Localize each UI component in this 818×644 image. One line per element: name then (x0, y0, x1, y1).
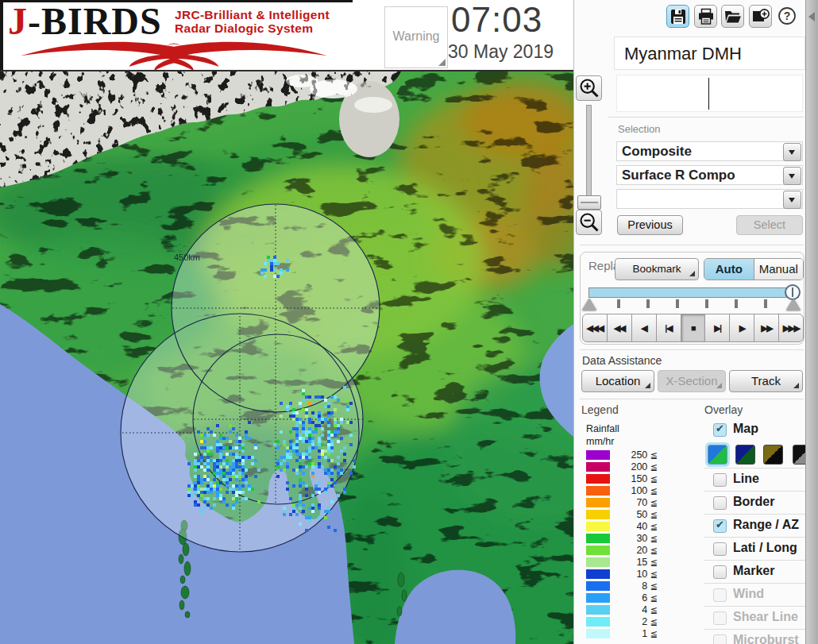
legend-scale: 250 ≦200 ≦150 ≦100 ≦70 ≦50 ≦40 ≦30 ≦20 ≦… (574, 0, 701, 644)
overlay-item-shear-line[interactable]: Shear Line (704, 606, 806, 630)
checkbox[interactable] (713, 496, 727, 510)
legend-swatch (586, 593, 610, 603)
legend-value: 15 ≦ (612, 557, 658, 568)
overlay-item-line[interactable]: Line (704, 468, 806, 492)
legend-value: 1 ≦ (612, 628, 658, 639)
legend-swatch (586, 569, 610, 579)
fast-forward-3-button[interactable]: ▶▶▶ (778, 314, 804, 342)
legend-swatch (586, 450, 610, 460)
slider-tick (764, 299, 767, 308)
overlay-item-microburst[interactable]: Microburst (704, 629, 806, 644)
overlay-item-marker[interactable]: Marker (704, 560, 806, 584)
legend-swatch (586, 522, 610, 531)
legend-value: 10 ≦ (612, 569, 658, 580)
replay-slider-thumb[interactable] (785, 284, 801, 300)
legend-swatch (586, 581, 610, 591)
checkbox[interactable] (713, 565, 727, 579)
control-panel: ? Myanmar DMH Sele (573, 0, 805, 644)
fast-forward-2-button[interactable]: ▶▶ (754, 314, 779, 342)
play-forward-button[interactable]: ▶ (729, 314, 754, 342)
legend-value: 150 ≦ (612, 473, 658, 484)
select-button[interactable]: Select (736, 215, 803, 235)
overlay-item-label: Border (733, 495, 774, 509)
open-folder-button[interactable] (721, 5, 744, 28)
legend-row: 6 ≦ (586, 592, 689, 604)
legend-value: 8 ≦ (612, 580, 658, 592)
legend-value: 4 ≦ (612, 604, 658, 615)
legend-value: 40 ≦ (612, 521, 658, 532)
resize-grip-icon[interactable] (438, 59, 446, 66)
slider-tick (705, 299, 708, 308)
overlay-list: LineBorderRange / AZLati / LongMarkerWin… (704, 419, 806, 644)
add-image-button[interactable] (749, 5, 772, 28)
range-end-marker[interactable] (786, 299, 801, 310)
dropdown-arrow-icon[interactable] (783, 167, 801, 185)
checkbox[interactable] (713, 634, 727, 644)
legend-swatch (586, 534, 610, 543)
warning-panel[interactable]: Warning (384, 6, 448, 68)
overlay-item-wind[interactable]: Wind (704, 583, 806, 607)
legend-swatch (586, 605, 610, 615)
overlay-item-label: Lati / Long (733, 541, 797, 555)
overlay-item-border[interactable]: Border (704, 491, 806, 515)
replay-mode-switch: Auto Manual (704, 258, 804, 280)
eagle-icon (13, 36, 343, 71)
legend-swatch (586, 474, 610, 484)
legend-value: 30 ≦ (612, 533, 658, 544)
checkbox[interactable] (713, 542, 727, 556)
checkbox[interactable] (713, 611, 727, 625)
add-image-icon (751, 7, 770, 26)
manual-mode-button[interactable]: Manual (754, 259, 804, 280)
help-button[interactable]: ? (776, 5, 799, 28)
legend-swatch (586, 557, 610, 567)
overlay-item-label: Shear Line (733, 610, 798, 624)
overlay-label: Overlay (704, 403, 743, 416)
legend-row: 10 ≦ (586, 569, 689, 580)
legend-row: 1 ≦ (586, 628, 689, 640)
legend-row: 2 ≦ (586, 616, 689, 628)
legend-value: 20 ≦ (612, 545, 658, 556)
svg-text:?: ? (784, 10, 791, 22)
legend-row: 70 ≦ (586, 497, 689, 509)
legend-swatch (586, 617, 610, 627)
legend-value: 250 ≦ (612, 449, 658, 461)
logo-subtitle: JRC-Brilliant & Intelligent Radar Dialog… (175, 8, 330, 35)
checkbox[interactable] (713, 473, 727, 487)
legend-row: 250 ≦ (586, 449, 689, 461)
overlay-item-lati-long[interactable]: Lati / Long (704, 537, 806, 561)
radar-map[interactable]: 450km (0, 71, 573, 644)
overlay-item-label: Wind (733, 587, 764, 601)
legend-value: 50 ≦ (612, 509, 658, 520)
legend-swatch (586, 629, 610, 638)
panel-collapse-strip[interactable] (805, 0, 818, 644)
step-forward-button[interactable]: ▶| (704, 314, 730, 342)
track-button[interactable]: Track (729, 370, 803, 392)
legend-row: 15 ≦ (586, 557, 689, 569)
checkbox[interactable] (713, 519, 727, 533)
overlay-item-label: Range / AZ (733, 518, 799, 532)
clock-time: 07:03 (451, 0, 578, 40)
collapse-arrow-icon[interactable] (808, 12, 815, 21)
legend-row: 8 ≦ (586, 580, 689, 592)
checkbox[interactable] (713, 588, 727, 602)
legend-value: 6 ≦ (612, 592, 658, 604)
legend-row: 200 ≦ (586, 461, 689, 473)
auto-mode-button[interactable]: Auto (704, 259, 754, 280)
legend-row: 100 ≦ (586, 485, 689, 497)
warning-label: Warning (385, 29, 447, 44)
legend-swatch (586, 498, 610, 507)
text-caret (708, 78, 709, 110)
overlay-item-range-az[interactable]: Range / AZ (704, 514, 806, 538)
dropdown-arrow-icon[interactable] (783, 191, 801, 209)
help-icon: ? (777, 6, 797, 25)
legend-row: 20 ≦ (586, 545, 689, 557)
legend-value: 70 ≦ (612, 497, 658, 508)
dropdown-arrow-icon[interactable] (783, 143, 801, 161)
open-folder-icon (723, 7, 743, 26)
app-logo: J-BIRDS JRC-Brilliant & Intelligent Rada… (0, 0, 353, 70)
legend-value: 200 ≦ (612, 461, 658, 472)
overlay-item-label: Microburst (733, 633, 799, 644)
legend-value: 2 ≦ (612, 616, 658, 627)
map-viewport[interactable]: 450km (0, 70, 573, 644)
legend-value: 100 ≦ (612, 485, 658, 496)
